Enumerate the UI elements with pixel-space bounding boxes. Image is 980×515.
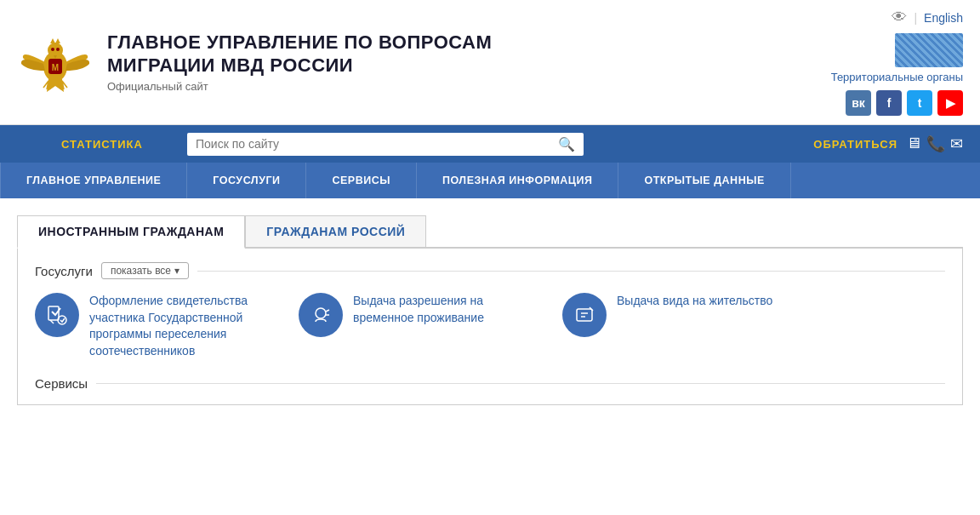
search-button[interactable]: 🔍 — [558, 136, 575, 152]
gosuslugi-section-header: Госуслуги показать все ▾ — [35, 262, 945, 279]
show-all-label: показать все — [111, 265, 171, 277]
svg-point-5 — [51, 48, 54, 51]
vk-icon[interactable]: вк — [846, 90, 871, 116]
service-cards: Оформление свидетельства участника Госуд… — [35, 293, 945, 359]
svg-point-6 — [56, 48, 60, 51]
dropdown-arrow: ▾ — [174, 265, 179, 277]
territorial-area: Территориальные органы — [831, 33, 963, 83]
search-input[interactable] — [196, 137, 553, 151]
header-title: ГЛАВНОЕ УПРАВЛЕНИЕ ПО ВОПРОСАМ МИГРАЦИИ … — [107, 31, 492, 93]
monitor-icon[interactable]: 🖥 — [906, 134, 921, 153]
service-icon-2 — [299, 293, 343, 337]
nav-top-bar: СТАТИСТИКА 🔍 ОБРАТИТЬСЯ 🖥 📞 ✉ — [0, 125, 980, 163]
gosuslugi-line — [197, 271, 945, 272]
phone-icon[interactable]: 📞 — [926, 134, 945, 153]
tabs-container: ИНОСТРАННЫМ ГРАЖДАНАМ ГРАЖДАНАМ РОССИЙ — [17, 215, 963, 249]
nav-item-poleznaya[interactable]: ПОЛЕЗНАЯ ИНФОРМАЦИЯ — [417, 163, 618, 198]
logo-emblem: M — [17, 24, 94, 100]
service-card-text-1: Оформление свидетельства участника Госуд… — [89, 293, 273, 359]
servisy-section: Сервисы — [35, 376, 945, 391]
tab-content-foreign: Госуслуги показать все ▾ — [17, 249, 963, 405]
nav-item-glavnoe[interactable]: ГЛАВНОЕ УПРАВЛЕНИЕ — [0, 163, 187, 198]
title-line2: МИГРАЦИИ МВД России — [107, 54, 492, 77]
contact-label[interactable]: ОБРАТИТЬСЯ — [813, 138, 897, 151]
site-header: M ГЛАВНОЕ УПРАВЛЕНИЕ ПО ВОПРОСАМ МИГРАЦИ… — [0, 0, 980, 125]
show-all-button[interactable]: показать все ▾ — [101, 262, 189, 279]
header-right: 👁 | English Территориальные органы вк f … — [827, 9, 963, 116]
mail-icon[interactable]: ✉ — [950, 134, 963, 153]
service-card-3[interactable]: Выдача вида на жительство — [562, 293, 772, 359]
content-area: ИНОСТРАННЫМ ГРАЖДАНАМ ГРАЖДАНАМ РОССИЙ Г… — [0, 198, 980, 414]
servisy-line — [96, 383, 945, 384]
facebook-icon[interactable]: f — [876, 90, 902, 116]
statistics-label[interactable]: СТАТИСТИКА — [17, 138, 187, 151]
contact-icons: 🖥 📞 ✉ — [906, 134, 963, 153]
svg-rect-11 — [577, 309, 592, 321]
svg-text:M: M — [52, 63, 59, 72]
search-box: 🔍 — [187, 133, 584, 156]
territorial-organs-link[interactable]: Территориальные органы — [831, 71, 963, 83]
service-card-text-3: Выдача вида на жительство — [617, 293, 772, 310]
site-subtitle: Официальный сайт — [107, 80, 492, 93]
svg-point-10 — [316, 308, 326, 318]
gosuslugi-title: Госуслуги — [35, 264, 93, 278]
lang-area: 👁 | English — [892, 9, 963, 26]
twitter-icon[interactable]: t — [907, 90, 932, 116]
nav-item-servisy[interactable]: СЕРВИСЫ — [306, 163, 416, 198]
pattern-decoration — [895, 33, 963, 67]
social-icons: вк f t ▶ — [846, 90, 963, 116]
main-navigation: ГЛАВНОЕ УПРАВЛЕНИЕ ГОСУСЛУГИ СЕРВИСЫ ПОЛ… — [0, 163, 980, 198]
nav-item-gosuslugi[interactable]: ГОСУСЛУГИ — [187, 163, 306, 198]
youtube-icon[interactable]: ▶ — [937, 90, 963, 116]
english-lang-link[interactable]: English — [924, 11, 963, 25]
service-card-1[interactable]: Оформление свидетельства участника Госуд… — [35, 293, 273, 359]
nav-top-right: ОБРАТИТЬСЯ 🖥 📞 ✉ — [584, 134, 963, 153]
tab-russian[interactable]: ГРАЖДАНАМ РОССИЙ — [245, 215, 426, 247]
servisy-title: Сервисы — [35, 376, 88, 391]
service-card-text-2: Выдача разрешения на временное проживани… — [353, 293, 537, 326]
logo-area: M ГЛАВНОЕ УПРАВЛЕНИЕ ПО ВОПРОСАМ МИГРАЦИ… — [17, 24, 827, 100]
service-icon-3 — [562, 293, 607, 337]
tab-foreign[interactable]: ИНОСТРАННЫМ ГРАЖДАНАМ — [17, 215, 245, 249]
title-line1: ГЛАВНОЕ УПРАВЛЕНИЕ ПО ВОПРОСАМ — [107, 31, 492, 54]
accessibility-icon[interactable]: 👁 — [892, 9, 907, 26]
service-icon-1 — [35, 293, 79, 337]
service-card-2[interactable]: Выдача разрешения на временное проживани… — [299, 293, 537, 359]
nav-item-otkrytye[interactable]: ОТКРЫТЫЕ ДАННЫЕ — [618, 163, 790, 198]
